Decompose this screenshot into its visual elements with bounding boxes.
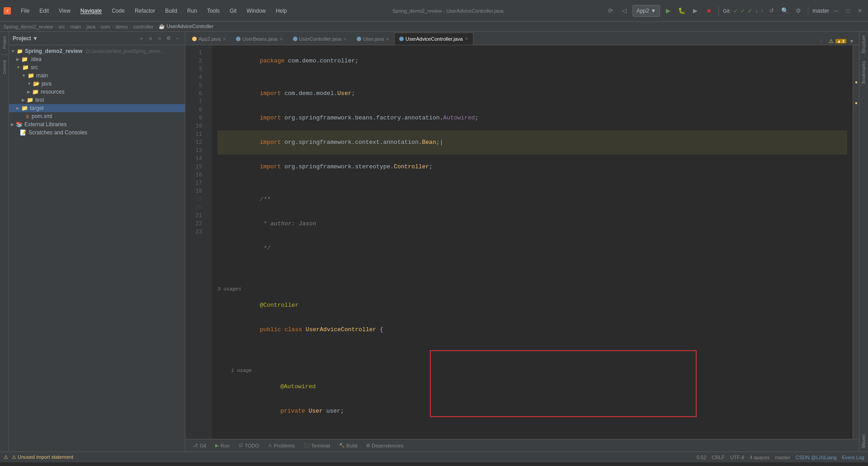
tree-main[interactable]: ▼ 📁 main bbox=[9, 71, 185, 80]
menu-tools[interactable]: Tools bbox=[203, 6, 223, 15]
tab-useradvice-close[interactable]: ✕ bbox=[465, 36, 468, 41]
tab-userbeans[interactable]: UserBeans.java ✕ bbox=[231, 33, 288, 45]
search-btn[interactable]: 🔍 bbox=[779, 5, 790, 16]
navigate-back-btn[interactable]: ◁ bbox=[619, 5, 630, 16]
undo-btn[interactable]: ↺ bbox=[766, 5, 777, 16]
root-expand-arrow: ▼ bbox=[11, 49, 15, 53]
tab-user[interactable]: User.java ✕ bbox=[352, 33, 394, 45]
menu-edit[interactable]: Edit bbox=[36, 6, 52, 15]
tree-scratches[interactable]: 📝 Scratches and Consoles bbox=[9, 128, 185, 137]
git-icon: ⎇ bbox=[193, 443, 198, 448]
scratches-label: Scratches and Consoles bbox=[28, 129, 87, 136]
code-line-1: package com.demo.controller; bbox=[217, 49, 847, 73]
menu-build[interactable]: Build bbox=[161, 6, 181, 15]
project-add-icon[interactable]: + bbox=[138, 35, 145, 42]
tab-app2-close[interactable]: ✕ bbox=[222, 37, 226, 42]
maven-panel-btn[interactable]: Maven bbox=[860, 431, 868, 452]
menu-view[interactable]: View bbox=[55, 6, 74, 15]
breadcrumb-controller[interactable]: controller bbox=[133, 24, 154, 29]
bookmarks-panel-btn[interactable]: Bookmarks bbox=[860, 57, 868, 87]
tree-test[interactable]: ▶ 📁 test bbox=[9, 96, 185, 104]
status-encoding[interactable]: UTF-8 bbox=[730, 455, 744, 460]
menu-refactor[interactable]: Refactor bbox=[131, 6, 159, 15]
vcs-update-btn[interactable]: ⟳ bbox=[605, 5, 616, 16]
commit-sidebar-btn[interactable]: Commit bbox=[1, 57, 8, 77]
maximize-btn[interactable]: □ bbox=[844, 6, 853, 15]
tab-usercontroller[interactable]: UserController.java ✕ bbox=[288, 33, 352, 45]
tab-user-close[interactable]: ✕ bbox=[386, 37, 389, 42]
project-layout-icon[interactable]: ≡ bbox=[147, 35, 154, 42]
structure-panel-btn[interactable]: Structure bbox=[860, 32, 868, 57]
root-path: D:\Java\code\test_java\Spring_demo... bbox=[86, 49, 164, 54]
bottom-tab-build[interactable]: 🔨 Build bbox=[335, 442, 361, 449]
code-line-10: */ bbox=[217, 236, 847, 261]
debug-btn[interactable]: 🐛 bbox=[676, 5, 687, 16]
root-label: Spring_demo2_review bbox=[25, 48, 82, 54]
tree-root[interactable]: ▼ 📁 Spring_demo2_review D:\Java\code\tes… bbox=[9, 47, 185, 55]
status-event-log[interactable]: Event Log bbox=[842, 455, 864, 460]
tab-userbeans-close[interactable]: ✕ bbox=[279, 37, 283, 42]
tabs-overflow[interactable]: ⋮ bbox=[818, 38, 825, 45]
tree-idea[interactable]: ▶ 📁 .idea bbox=[9, 55, 185, 63]
breadcrumb-com[interactable]: com bbox=[101, 24, 110, 29]
bottom-tab-problems[interactable]: ⚠ Problems bbox=[264, 442, 298, 449]
breadcrumb-demo[interactable]: demo bbox=[115, 24, 128, 29]
run-btn[interactable]: ▶ bbox=[663, 5, 674, 16]
tree-resources[interactable]: ▶ 📁 resources bbox=[9, 88, 185, 96]
tree-ext-libs[interactable]: ▶ 📚 External Libraries bbox=[9, 120, 185, 128]
src-folder-icon: 📁 bbox=[22, 64, 29, 71]
bottom-tab-git[interactable]: ⎇ Git bbox=[189, 442, 210, 449]
project-settings-icon[interactable]: ⚙ bbox=[165, 35, 172, 42]
extlibs-expand-arrow: ▶ bbox=[11, 122, 14, 127]
project-filter-icon[interactable]: ≈ bbox=[156, 35, 163, 42]
menu-help[interactable]: Help bbox=[272, 6, 291, 15]
breadcrumb-src[interactable]: src bbox=[58, 24, 65, 29]
minimize-btn[interactable]: ─ bbox=[832, 6, 841, 15]
tree-pom[interactable]: 🗎 pom.xml bbox=[9, 112, 185, 120]
tab-app2[interactable]: App2.java ✕ bbox=[187, 33, 231, 45]
status-indent[interactable]: 4 spaces bbox=[750, 455, 769, 460]
project-sidebar-btn[interactable]: Project bbox=[1, 33, 8, 52]
breadcrumb-java[interactable]: java bbox=[86, 24, 95, 29]
settings-btn[interactable]: ⚙ bbox=[793, 5, 804, 16]
run-config-dropdown[interactable]: App2 ▼ bbox=[632, 5, 660, 17]
tab-useradvice[interactable]: UserAdviceController.java ✕ bbox=[394, 33, 473, 45]
run-with-coverage-btn[interactable]: ▶ bbox=[690, 5, 701, 16]
tab-usercontroller-close[interactable]: ✕ bbox=[343, 37, 347, 42]
gutter-marker-2 bbox=[855, 102, 857, 104]
status-line-ending[interactable]: CRLF bbox=[712, 455, 725, 460]
bottom-problems-label: Problems bbox=[274, 443, 295, 448]
tab-usercontroller-icon bbox=[293, 37, 297, 41]
stop-btn[interactable]: ■ bbox=[703, 5, 714, 16]
menu-code[interactable]: Code bbox=[108, 6, 128, 15]
menu-git[interactable]: Git bbox=[226, 6, 240, 15]
tree-target[interactable]: ▶ 📁 target bbox=[9, 104, 185, 112]
resources-folder-icon: 📁 bbox=[32, 89, 39, 95]
warning-expand[interactable]: ▼ bbox=[848, 38, 855, 45]
code-line-5: import org.springframework.context.annot… bbox=[217, 130, 847, 155]
menu-file[interactable]: File bbox=[17, 6, 33, 15]
tree-java[interactable]: ▼ 📂 java bbox=[9, 80, 185, 88]
test-expand-arrow: ▶ bbox=[22, 98, 25, 102]
bottom-tab-dependencies[interactable]: ⊞ Dependencies bbox=[363, 442, 407, 449]
breadcrumb-main[interactable]: main bbox=[70, 24, 81, 29]
close-btn[interactable]: ✕ bbox=[855, 6, 864, 15]
code-area[interactable]: package com.demo.controller; import com.… bbox=[206, 45, 853, 439]
bottom-build-label: Build bbox=[346, 443, 357, 448]
bottom-tab-run[interactable]: ▶ Run bbox=[212, 442, 233, 449]
breadcrumb-project[interactable]: Spring_demo2_review bbox=[4, 24, 53, 29]
menu-window[interactable]: Window bbox=[243, 6, 269, 15]
status-warning-icon: ⚠ bbox=[4, 454, 8, 460]
menu-run[interactable]: Run bbox=[184, 6, 201, 15]
bottom-run-label: Run bbox=[221, 443, 230, 448]
tab-userbeans-label: UserBeans.java bbox=[242, 36, 278, 42]
bottom-tab-terminal[interactable]: ⬛ Terminal bbox=[300, 442, 334, 449]
tree-src[interactable]: ▼ 📁 src bbox=[9, 63, 185, 71]
project-collapse-icon[interactable]: − bbox=[174, 35, 181, 42]
menu-navigate[interactable]: Navigate bbox=[77, 6, 105, 15]
tab-useradvice-label: UserAdviceController.java bbox=[406, 36, 463, 42]
breadcrumb-class[interactable]: ☕ UserAdviceController bbox=[159, 24, 213, 29]
bottom-tab-todo[interactable]: ☑ TODO bbox=[235, 442, 263, 449]
test-folder-icon: 📁 bbox=[27, 97, 33, 103]
terminal-icon: ⬛ bbox=[304, 443, 309, 448]
